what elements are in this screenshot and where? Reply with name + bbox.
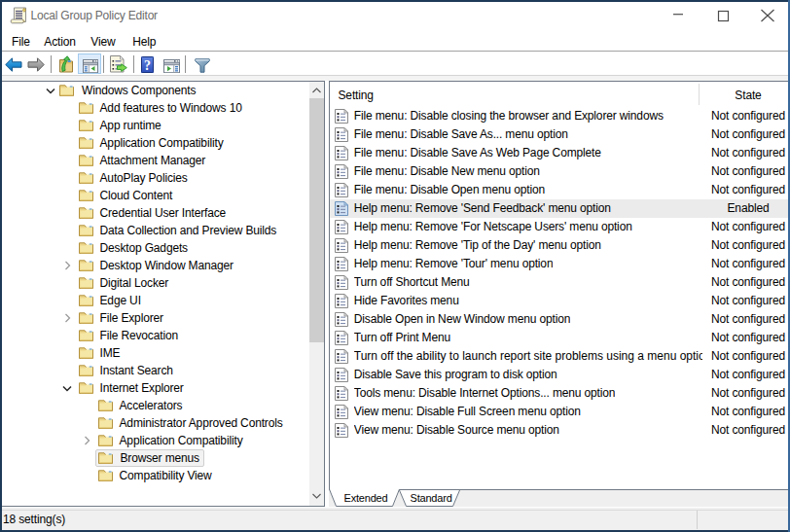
svg-text:?: ? (144, 57, 151, 72)
